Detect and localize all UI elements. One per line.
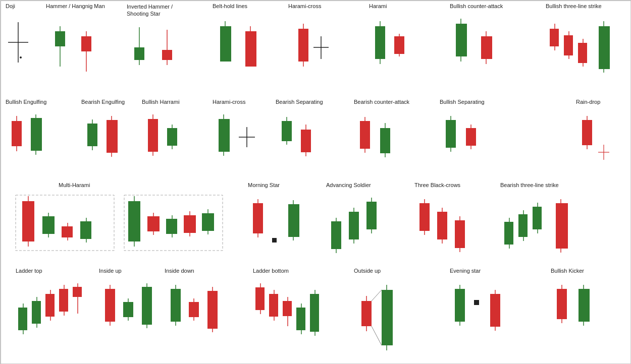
- svg-rect-49: [12, 121, 22, 146]
- svg-rect-102: [62, 226, 73, 237]
- svg-rect-176: [105, 289, 115, 322]
- inside-up-label: Inside up: [99, 268, 122, 274]
- bearish-engulfing-label: Bearish Engulfing: [81, 99, 125, 105]
- svg-rect-179: [123, 302, 133, 317]
- svg-rect-78: [360, 121, 370, 149]
- svg-rect-55: [87, 124, 97, 146]
- svg-rect-152: [518, 214, 528, 237]
- bearish-counter-label: Bearish counter-attack: [354, 99, 409, 105]
- hammer-label: Hammer / Hangnig Man: [46, 3, 105, 9]
- outside-up-label: Outside up: [354, 268, 381, 274]
- svg-rect-167: [45, 294, 55, 317]
- svg-rect-112: [147, 216, 160, 231]
- svg-rect-46: [599, 26, 610, 69]
- svg-rect-13: [162, 50, 172, 60]
- svg-rect-58: [107, 120, 118, 153]
- svg-rect-31: [456, 24, 467, 56]
- svg-rect-137: [366, 202, 377, 229]
- svg-rect-90: [582, 120, 592, 145]
- svg-rect-194: [255, 287, 265, 310]
- svg-line-214: [372, 326, 382, 345]
- svg-rect-75: [301, 130, 311, 152]
- svg-rect-87: [466, 128, 476, 146]
- svg-rect-124: [253, 203, 263, 233]
- svg-rect-140: [419, 203, 430, 231]
- svg-rect-149: [504, 222, 513, 245]
- svg-rect-185: [171, 289, 181, 322]
- harami-cross1-label: Harami-cross: [288, 3, 321, 9]
- ladder-bottom-label: Ladder bottom: [253, 268, 289, 274]
- svg-rect-227: [579, 289, 590, 322]
- svg-rect-121: [202, 213, 214, 231]
- svg-rect-217: [455, 289, 465, 322]
- doji-label: Doji: [6, 3, 15, 9]
- svg-rect-200: [283, 301, 292, 316]
- svg-rect-61: [148, 119, 158, 152]
- harami-cross2-label: Harami-cross: [213, 99, 245, 105]
- svg-rect-81: [380, 128, 390, 153]
- svg-point-2: [20, 56, 22, 58]
- evening-star-label: Evening star: [450, 268, 481, 274]
- svg-rect-99: [42, 216, 55, 234]
- svg-rect-212: [382, 290, 393, 345]
- svg-rect-221: [490, 294, 500, 327]
- bullish-harrami-label: Bullish Harrami: [142, 99, 180, 105]
- svg-rect-72: [282, 121, 292, 141]
- svg-rect-134: [349, 212, 359, 239]
- svg-rect-67: [219, 119, 230, 152]
- svg-rect-131: [331, 221, 341, 249]
- svg-rect-7: [81, 36, 91, 51]
- bullish-separating-label: Bullish Separating: [440, 99, 485, 105]
- svg-line-215: [372, 290, 382, 301]
- svg-rect-52: [31, 118, 42, 151]
- svg-rect-109: [128, 201, 140, 241]
- ladder-top-label: Ladder top: [16, 268, 42, 274]
- svg-rect-170: [59, 289, 68, 312]
- svg-rect-43: [578, 43, 587, 63]
- svg-rect-158: [556, 203, 568, 249]
- rain-drop-label: Rain-drop: [576, 99, 600, 105]
- svg-rect-115: [166, 219, 177, 234]
- svg-rect-155: [533, 207, 542, 229]
- svg-rect-182: [142, 287, 152, 325]
- svg-rect-16: [220, 26, 231, 62]
- svg-rect-84: [446, 120, 456, 148]
- multi-harami-label: Multi-Harami: [59, 182, 90, 188]
- bullish-three-label: Bullish three-line strike: [546, 3, 602, 9]
- svg-rect-64: [167, 128, 177, 146]
- svg-rect-20: [298, 29, 308, 62]
- inside-down-label: Inside down: [165, 268, 194, 274]
- svg-rect-105: [80, 221, 91, 239]
- svg-rect-161: [18, 308, 27, 330]
- svg-rect-10: [134, 47, 144, 60]
- pattern-reference-chart: Doji Hammer / Hangnig Man Inverted Hamme…: [0, 0, 631, 364]
- svg-rect-128: [288, 204, 299, 237]
- bullish-counter-label: Bullish counter-attack: [450, 3, 503, 9]
- svg-rect-126: [272, 238, 277, 242]
- svg-rect-37: [550, 29, 559, 46]
- advancing-soldier-label: Advancing Soldier: [326, 182, 371, 188]
- svg-rect-191: [207, 291, 218, 329]
- svg-rect-96: [22, 201, 34, 241]
- svg-rect-224: [557, 289, 567, 319]
- svg-rect-4: [55, 31, 65, 46]
- svg-rect-40: [564, 35, 573, 55]
- svg-rect-203: [296, 308, 305, 330]
- svg-rect-18: [245, 31, 256, 67]
- inv-hammer-label: Inverted Hammer /Shooting Star: [127, 3, 197, 18]
- svg-rect-146: [455, 220, 465, 248]
- bearish-separating-label: Bearish Separating: [276, 99, 323, 105]
- harami-label: Harami: [369, 3, 387, 9]
- svg-rect-209: [361, 301, 372, 326]
- bullish-engulfing-label: Bullish Engulfing: [6, 99, 46, 105]
- svg-rect-188: [189, 302, 199, 317]
- three-black-crows-label: Three Black-crows: [414, 182, 460, 188]
- morning-star-label: Morning Star: [248, 182, 280, 188]
- svg-rect-219: [474, 300, 479, 305]
- belt-hold-label: Belt-hold lines: [213, 3, 247, 9]
- svg-rect-28: [394, 36, 404, 54]
- svg-rect-164: [32, 301, 41, 324]
- svg-rect-25: [375, 26, 385, 59]
- svg-rect-173: [73, 287, 82, 297]
- svg-rect-118: [184, 215, 196, 233]
